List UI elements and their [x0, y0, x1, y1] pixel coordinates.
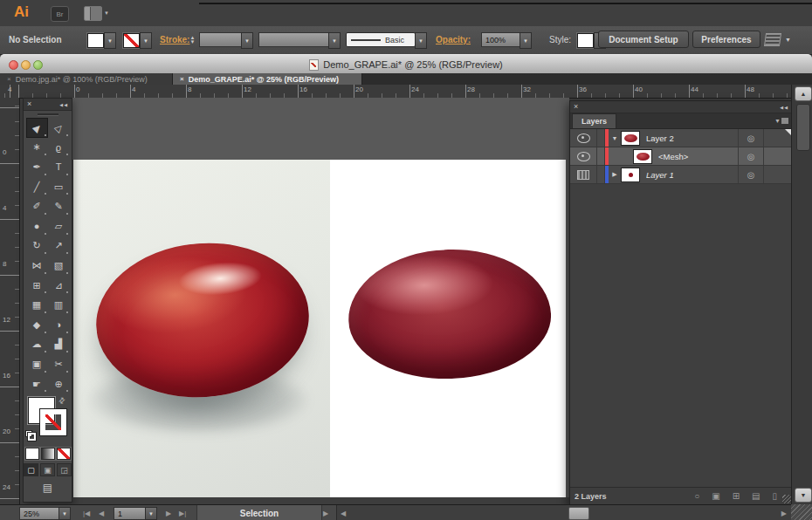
selection-tool[interactable]: ▶: [26, 118, 48, 138]
new-sublayer-icon[interactable]: ⊞: [733, 492, 740, 501]
symbol-sprayer-tool[interactable]: ☁: [26, 335, 48, 355]
layer-selection-column[interactable]: [763, 166, 792, 183]
previous-artboard-button[interactable]: ◀: [99, 510, 104, 517]
clipping-mask-icon[interactable]: ▣: [712, 492, 719, 501]
scroll-right-icon[interactable]: ▶: [781, 510, 787, 517]
draw-inside-icon[interactable]: ◲: [57, 463, 72, 476]
brush-definition-field[interactable]: Basic: [346, 32, 416, 47]
last-artboard-button[interactable]: ▶|: [179, 510, 186, 517]
perspective-grid-tool[interactable]: ⊿: [48, 276, 70, 296]
collapse-icon[interactable]: ◀◀: [59, 102, 68, 107]
next-artboard-button[interactable]: ▶: [166, 510, 171, 517]
layer-visibility-toggle[interactable]: [570, 129, 597, 147]
hand-tool[interactable]: ☛: [26, 374, 48, 394]
scroll-down-icon[interactable]: ▼: [795, 488, 812, 503]
variable-width-profile-field[interactable]: [258, 32, 333, 47]
window-resize-grip[interactable]: [791, 504, 812, 520]
pasteboard[interactable]: [23, 98, 569, 160]
layer-lock-toggle[interactable]: [597, 147, 605, 165]
layer-thumbnail[interactable]: [621, 168, 640, 182]
locate-object-icon[interactable]: ○: [694, 492, 699, 501]
panel-resize-grip[interactable]: [782, 495, 791, 503]
collapse-icon[interactable]: ◀◀: [780, 105, 788, 110]
stroke-color-swatch[interactable]: [123, 33, 140, 48]
pen-tool[interactable]: ✒: [26, 157, 48, 177]
vertical-scroll-thumb[interactable]: [796, 104, 810, 151]
draw-normal-icon[interactable]: ▢: [24, 463, 38, 476]
stroke-weight-stepper[interactable]: ▲▼: [188, 32, 197, 47]
gradient-button[interactable]: [41, 448, 55, 460]
layer-name[interactable]: Layer 1: [646, 170, 738, 180]
artboard-number-field[interactable]: 1: [114, 507, 148, 520]
layer-row[interactable]: ▼Layer 2◎: [570, 129, 792, 147]
style-swatch[interactable]: [577, 33, 594, 48]
status-popup-icon[interactable]: ▶: [323, 510, 328, 517]
zoom-level-field[interactable]: 25%: [19, 507, 61, 520]
none-button[interactable]: [57, 448, 71, 460]
tab-demo-jpg[interactable]: × Demo.jpg.ai* @ 100% (RGB/Preview): [0, 73, 173, 85]
blob-brush-tool[interactable]: ●: [26, 216, 48, 236]
layer-thumbnail[interactable]: [621, 131, 640, 146]
color-button[interactable]: [25, 448, 39, 460]
layer-target-icon[interactable]: ◎: [738, 147, 763, 165]
chevron-down-icon[interactable]: ▼: [104, 10, 109, 16]
eyedropper-tool[interactable]: ◆: [26, 315, 48, 335]
tab-layers[interactable]: Layers: [572, 113, 616, 128]
vertical-ruler[interactable]: 04812162024: [0, 98, 20, 504]
layer-target-icon[interactable]: ◎: [738, 129, 763, 147]
disclosure-triangle-icon[interactable]: ▶: [609, 171, 621, 178]
fill-color-swatch[interactable]: [87, 33, 104, 48]
mesh-tool[interactable]: ▦: [26, 295, 48, 315]
magic-wand-tool[interactable]: ∗: [26, 138, 48, 158]
direct-selection-tool[interactable]: ▷: [48, 118, 70, 138]
stroke-panel-link[interactable]: Stroke:: [160, 35, 189, 44]
align-icon[interactable]: [764, 33, 781, 46]
tab-demo-grape[interactable]: × Demo_GRAPE.ai* @ 25% (RGB/Preview): [173, 73, 362, 85]
layer-lock-toggle[interactable]: [597, 129, 605, 147]
layers-panel-header[interactable]: × ◀◀: [570, 101, 792, 113]
slice-tool[interactable]: ✂: [48, 354, 70, 374]
tools-panel-header[interactable]: × ◀◀: [24, 99, 72, 111]
arrange-documents-icon[interactable]: [84, 6, 102, 21]
disclosure-triangle-icon[interactable]: ▼: [609, 135, 621, 141]
layer-visibility-toggle[interactable]: [570, 166, 597, 183]
panel-grip[interactable]: [24, 111, 72, 118]
panel-menu-icon[interactable]: ▼: [774, 118, 788, 124]
rectangle-tool[interactable]: ▭: [48, 177, 70, 197]
close-tab-icon[interactable]: ×: [7, 75, 11, 83]
layer-selection-column[interactable]: [763, 147, 792, 165]
layer-name[interactable]: <Mesh>: [658, 152, 738, 161]
zoom-tool[interactable]: ⊕: [48, 374, 70, 394]
close-tab-icon[interactable]: ×: [180, 75, 184, 83]
close-icon[interactable]: ×: [27, 100, 31, 108]
scroll-left-icon[interactable]: ◀: [341, 510, 346, 517]
layer-target-icon[interactable]: ◎: [738, 166, 763, 183]
swap-fill-stroke-icon[interactable]: ⇄: [57, 395, 67, 406]
shape-builder-tool[interactable]: ⊞: [26, 276, 48, 296]
draw-behind-icon[interactable]: ▣: [40, 463, 55, 476]
brush-dropdown[interactable]: ▼: [415, 32, 427, 49]
variable-width-profile-dropdown[interactable]: ▼: [328, 32, 341, 49]
grape-mesh-artwork[interactable]: [346, 246, 553, 382]
delete-layer-icon[interactable]: ▯: [772, 492, 777, 501]
pencil-tool[interactable]: ✎: [48, 196, 70, 216]
type-tool[interactable]: T: [48, 157, 70, 177]
layer-lock-toggle[interactable]: [597, 166, 605, 183]
gradient-tool[interactable]: ▥: [48, 295, 70, 315]
layer-name[interactable]: Layer 2: [646, 133, 738, 143]
preferences-button[interactable]: Preferences: [692, 31, 760, 48]
artboard-tool[interactable]: ▣: [26, 354, 48, 374]
chevron-down-icon[interactable]: ▼: [785, 37, 791, 43]
stroke-swatch[interactable]: [40, 409, 66, 435]
scroll-up-icon[interactable]: ▲: [795, 86, 812, 101]
opacity-dropdown[interactable]: ▼: [520, 32, 532, 49]
scale-tool[interactable]: ↗: [48, 236, 70, 257]
opacity-field[interactable]: 100%: [481, 32, 524, 47]
opacity-panel-link[interactable]: Opacity:: [436, 35, 471, 44]
artboard[interactable]: [73, 160, 566, 497]
close-icon[interactable]: ×: [574, 103, 578, 111]
stroke-color-dropdown[interactable]: ▼: [140, 32, 152, 49]
layer-row[interactable]: <Mesh>◎: [570, 147, 792, 166]
horizontal-ruler[interactable]: 404812162024283236404448: [0, 85, 791, 99]
screen-mode-button[interactable]: ▤: [43, 482, 52, 494]
